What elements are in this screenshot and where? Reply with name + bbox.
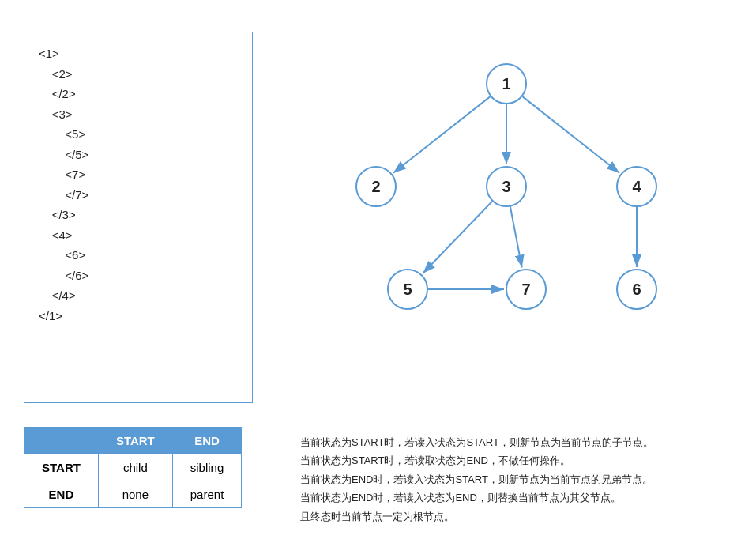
table-header-start: START xyxy=(98,428,172,454)
table-row: START child sibling xyxy=(24,454,242,481)
tree-node-6: 6 xyxy=(616,269,657,310)
svg-line-5 xyxy=(510,207,522,268)
tree-graph: 1234576 xyxy=(284,24,735,403)
desc-line: 当前状态为END时，若读入状态为END，则替换当前节点为其父节点。 xyxy=(300,488,653,507)
desc-line: 当前状态为END时，若读入状态为START，则新节点为当前节点的兄弟节点。 xyxy=(300,470,653,488)
xml-line: <6> xyxy=(39,245,238,266)
tree-node-7: 7 xyxy=(506,269,547,310)
state-table: START END START child sibling END none p… xyxy=(24,427,242,508)
xml-line: </1> xyxy=(39,306,238,326)
svg-line-4 xyxy=(423,202,492,273)
description-text: 当前状态为START时，若读入状态为START，则新节点为当前节点的子节点。当前… xyxy=(300,433,653,526)
tree-node-4: 4 xyxy=(616,166,657,207)
cell-start-start: child xyxy=(98,454,172,481)
xml-line: <1> xyxy=(39,43,238,64)
desc-line: 当前状态为START时，若读取状态为END，不做任何操作。 xyxy=(300,451,653,469)
xml-line: </7> xyxy=(39,185,238,205)
xml-line: <5> xyxy=(39,124,238,145)
svg-line-3 xyxy=(522,96,619,173)
cell-end-end: parent xyxy=(172,481,242,508)
xml-line: <2> xyxy=(39,64,238,85)
tree-node-2: 2 xyxy=(355,166,397,207)
xml-line: </6> xyxy=(39,266,238,286)
table-header-empty xyxy=(24,428,99,454)
xml-line: <7> xyxy=(39,164,238,185)
xml-line: </3> xyxy=(39,205,238,225)
cell-end-start: none xyxy=(98,481,172,508)
tree-node-1: 1 xyxy=(486,63,527,104)
xml-line: </2> xyxy=(39,84,238,104)
xml-code-box: <1> <2> </2> <3> <5> </5> <7> </7> </3> … xyxy=(24,32,253,403)
xml-line: <3> xyxy=(39,104,238,125)
xml-line: </4> xyxy=(39,285,238,306)
svg-line-1 xyxy=(393,96,491,173)
desc-line: 且终态时当前节点一定为根节点。 xyxy=(300,507,653,526)
tree-node-3: 3 xyxy=(486,166,527,207)
xml-line: <4> xyxy=(39,225,238,246)
row-label-start: START xyxy=(24,454,99,481)
cell-start-end: sibling xyxy=(172,454,242,481)
tree-node-5: 5 xyxy=(387,269,428,310)
desc-line: 当前状态为START时，若读入状态为START，则新节点为当前节点的子节点。 xyxy=(300,433,653,451)
xml-line: </5> xyxy=(39,145,238,165)
row-label-end: END xyxy=(24,481,99,508)
table-header-end: END xyxy=(172,428,242,454)
table-row: END none parent xyxy=(24,481,242,508)
